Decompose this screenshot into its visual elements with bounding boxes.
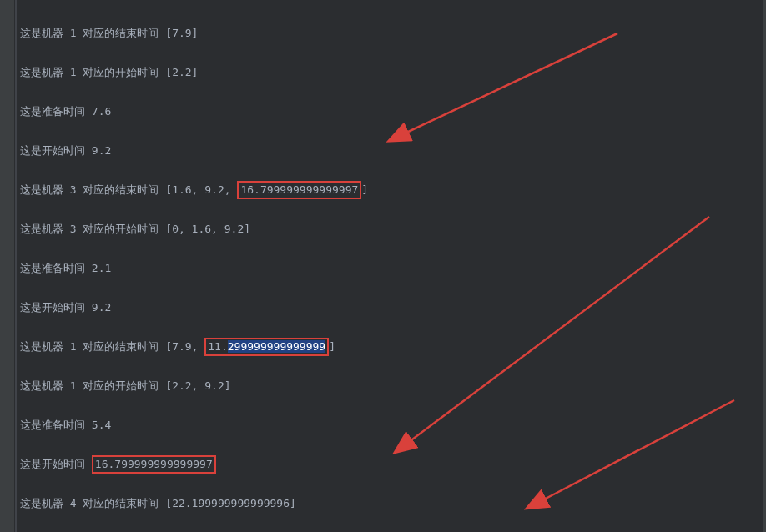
highlight-box: 11.299999999999999 bbox=[204, 338, 329, 356]
log-line: 这是开始时间 16.799999999999997 bbox=[20, 454, 764, 474]
log-line: 这是准备时间 5.4 bbox=[20, 415, 764, 435]
log-line: 这是开始时间 9.2 bbox=[20, 141, 764, 161]
log-line: 这是准备时间 7.6 bbox=[20, 102, 764, 122]
log-line: 这是机器 1 对应的开始时间 [2.2, 9.2] bbox=[20, 376, 764, 396]
highlight-box: 16.799999999999997 bbox=[237, 181, 361, 199]
log-line: 这是机器 4 对应的结束时间 [22.199999999999996] bbox=[20, 494, 764, 514]
console-output[interactable]: 这是机器 1 对应的结束时间 [7.9] 这是机器 1 对应的开始时间 [2.2… bbox=[20, 3, 764, 532]
log-line: 这是机器 3 对应的开始时间 [0, 1.6, 9.2] bbox=[20, 219, 764, 239]
log-line: 这是准备时间 2.1 bbox=[20, 258, 764, 279]
highlight-box: 16.799999999999997 bbox=[92, 455, 216, 474]
scrollbar[interactable] bbox=[763, 0, 766, 532]
selected-text: 299999999999999 bbox=[228, 340, 325, 353]
gutter bbox=[15, 0, 17, 532]
log-line: 这是开始时间 9.2 bbox=[20, 298, 764, 318]
log-line: 这是机器 3 对应的结束时间 [1.6, 9.2, 16.79999999999… bbox=[20, 180, 764, 200]
log-line: 这是机器 1 对应的开始时间 [2.2] bbox=[20, 63, 764, 83]
log-line: 这是机器 1 对应的结束时间 [7.9, 11.299999999999999] bbox=[20, 337, 764, 357]
sidebar bbox=[0, 0, 15, 532]
log-line: 这是机器 1 对应的结束时间 [7.9] bbox=[20, 23, 764, 43]
